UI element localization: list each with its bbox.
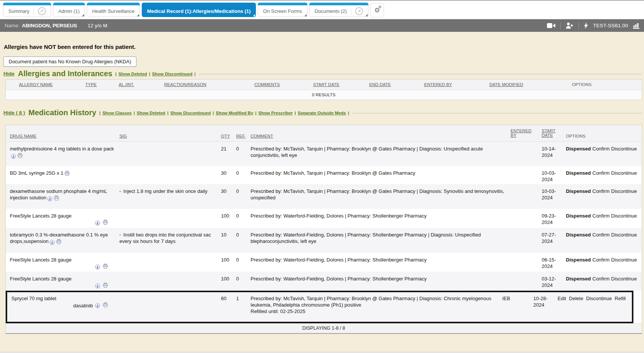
divider — [578, 22, 579, 29]
option-discontinue[interactable]: Discontinue — [611, 232, 637, 238]
option-discontinue[interactable]: Discontinue — [611, 276, 637, 282]
divider — [167, 111, 168, 115]
show-deleted-link[interactable]: Show Deleted — [118, 72, 147, 76]
medication-row: BD 3mL syringe 25G x 1 30 0 Prescribed b… — [6, 166, 642, 184]
show-prescriber-link[interactable]: Show Prescriber — [259, 111, 293, 115]
drug-name: FreeStyle Lancets 28 gauge — [10, 276, 72, 282]
info-icon[interactable]: i — [95, 265, 100, 269]
printer-icon[interactable] — [54, 196, 59, 202]
option-refill[interactable]: Refill — [615, 296, 626, 301]
hide-allergies-link[interactable]: Hide — [3, 71, 14, 77]
option-delete[interactable]: Delete — [569, 296, 583, 301]
show-discontinued-link[interactable]: Show Discontinued — [152, 72, 193, 76]
ref-value: 0 — [236, 257, 251, 270]
col-reaction-reason[interactable]: REACTION/REASON — [164, 82, 254, 87]
option-confirm[interactable]: Confirm — [592, 213, 610, 219]
patient-name: ABINGDON, PERSEUS — [22, 23, 77, 28]
col-al-int[interactable]: AL./INT. — [119, 82, 164, 87]
settings-button[interactable]: ⚙ ⚙ — [370, 3, 384, 17]
document-nkda-button[interactable]: Document patient has No Known Drug Aller… — [3, 56, 136, 67]
col-entered-by[interactable]: ENTERED BY — [511, 128, 533, 138]
lightning-bolt-icon[interactable] — [584, 22, 588, 29]
col-start-date[interactable]: START DATE — [313, 82, 369, 87]
tab-label: On Screen Forms — [263, 8, 302, 14]
chevron-down-icon — [82, 14, 84, 16]
option-discontinue[interactable]: Discontinue — [611, 257, 637, 263]
tab-label: Admin (1) — [58, 8, 80, 14]
bar-chart-icon[interactable] — [633, 23, 639, 29]
status-dispensed: Dispensed — [566, 188, 591, 194]
hide-medications-link[interactable]: Hide ( 8 ) — [3, 110, 25, 116]
option-confirm[interactable]: Confirm — [592, 276, 610, 282]
option-confirm[interactable]: Confirm — [592, 257, 610, 263]
medication-table: DRUG NAME SIG QTY REF. COMMENT ENTERED B… — [5, 125, 642, 334]
info-icon[interactable]: i — [47, 196, 52, 201]
ref-value: 0 — [236, 276, 251, 289]
printer-icon[interactable] — [56, 239, 61, 246]
printer-icon[interactable] — [103, 264, 108, 270]
col-allergy-name[interactable]: ALLERGY NAME — [6, 82, 85, 87]
entered-by-value — [511, 276, 542, 289]
col-ref[interactable]: REF. — [236, 134, 251, 138]
info-icon[interactable]: i — [11, 154, 16, 159]
qty-value: 30 — [221, 170, 236, 183]
test-code-label: TEST-SS61.00 — [593, 23, 628, 28]
comment-text: Prescribed by: Waterford-Fielding, Dolor… — [251, 213, 511, 226]
status-dispensed: Dispensed — [566, 276, 591, 282]
option-edit[interactable]: Edit — [558, 296, 566, 301]
open-external-icon[interactable]: ↗ — [38, 7, 46, 15]
show-modified-by-link[interactable]: Show Modified By — [216, 111, 253, 115]
open-external-icon[interactable]: ↗ — [355, 7, 363, 15]
comment-text: Prescribed by: McTavish, Tarquin | Pharm… — [251, 146, 511, 164]
col-start-date[interactable]: START DATE — [542, 128, 559, 138]
drug-name: methylprednisolone 4 mg tablets in a dos… — [10, 146, 114, 152]
col-type[interactable]: TYPE — [85, 82, 119, 87]
option-confirm[interactable]: Confirm — [592, 146, 610, 152]
printer-icon[interactable] — [17, 153, 23, 160]
col-entered-by[interactable]: ENTERED BY — [424, 82, 489, 87]
show-deleted-link[interactable]: Show Deleted — [137, 111, 165, 115]
printer-icon[interactable] — [103, 302, 108, 309]
show-discontinued-link[interactable]: Show Discontinued — [170, 111, 211, 115]
show-classes-link[interactable]: Show Classes — [102, 111, 132, 115]
tab-documents[interactable]: Documents (2) ↗ — [309, 3, 368, 17]
qty-value: 100 — [221, 257, 236, 270]
video-camera-icon[interactable] — [547, 23, 555, 28]
status-dispensed: Dispensed — [566, 232, 591, 238]
tab-medical-record-allergies-medications[interactable]: Medical Record (1):Allergies/Medications… — [142, 3, 256, 17]
tab-admin[interactable]: Admin (1) — [53, 3, 85, 17]
option-confirm[interactable]: Confirm — [592, 188, 610, 194]
option-confirm[interactable]: Confirm — [592, 170, 610, 176]
option-confirm[interactable]: Confirm — [592, 232, 610, 238]
info-icon[interactable]: i — [50, 240, 55, 245]
separate-outside-meds-link[interactable]: Separate Outside Meds — [298, 111, 346, 115]
allergies-section-title: Allergies and Intolerances — [18, 69, 112, 78]
option-discontinue[interactable]: Discontinue — [611, 188, 637, 194]
option-discontinue[interactable]: Discontinue — [611, 213, 637, 219]
sig-bullet — [119, 188, 123, 194]
drug-name: Sprycel 70 mg tablet — [11, 296, 56, 301]
divider — [348, 111, 349, 115]
printer-icon[interactable] — [103, 220, 108, 226]
option-discontinue[interactable]: Discontinue — [611, 170, 637, 176]
divider — [194, 72, 196, 76]
tab-on-screen-forms[interactable]: On Screen Forms — [258, 3, 307, 17]
tab-health-surveillance[interactable]: Health Surveillance — [87, 3, 140, 17]
info-icon[interactable]: i — [95, 283, 100, 288]
tab-summary[interactable]: Summary ↗ — [3, 3, 51, 17]
col-comment[interactable]: COMMENT — [251, 134, 511, 138]
printer-icon[interactable] — [64, 171, 70, 177]
col-end-date[interactable]: END DATE — [369, 82, 424, 87]
col-drug-name[interactable]: DRUG NAME — [6, 134, 119, 138]
col-date-modified[interactable]: DATE MODIFIED — [489, 82, 558, 87]
col-qty[interactable]: QTY — [221, 134, 236, 138]
option-discontinue[interactable]: Discontinue — [611, 146, 637, 152]
info-icon[interactable]: i — [95, 303, 100, 308]
printer-icon[interactable] — [103, 283, 108, 289]
qty-value: 60 — [221, 295, 236, 318]
info-icon[interactable]: i — [95, 221, 100, 225]
option-discontinue[interactable]: Discontinue — [586, 296, 612, 301]
col-comments[interactable]: COMMENTS — [254, 82, 313, 87]
col-sig[interactable]: SIG — [119, 134, 221, 138]
add-person-icon[interactable] — [566, 22, 573, 29]
